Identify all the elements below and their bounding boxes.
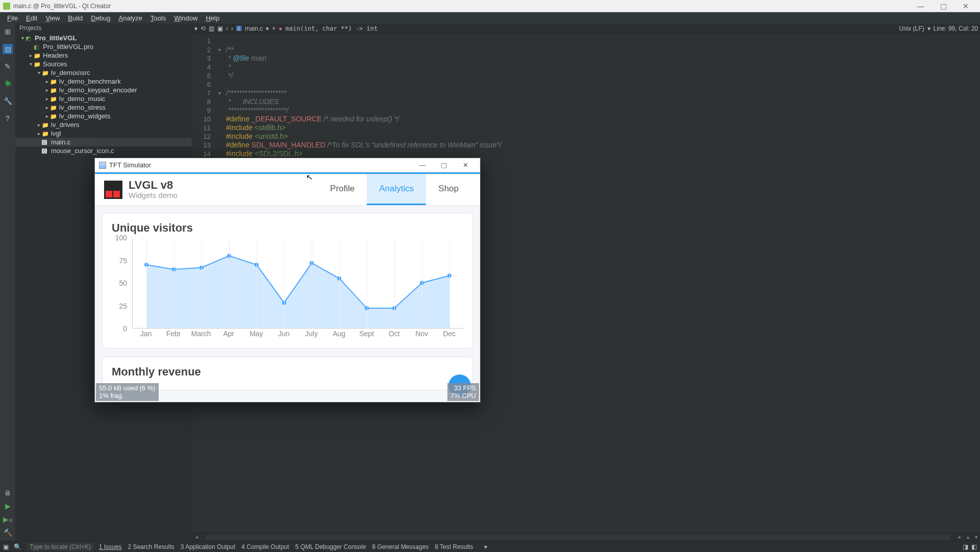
menubar: FileEditViewBuildDebugAnalyzeToolsWindow… <box>0 12 980 23</box>
tree-item[interactable]: main.c <box>15 138 192 146</box>
output-tab[interactable]: 3 Application Output <box>181 543 235 550</box>
output-tab[interactable]: 8 Test Results <box>435 543 473 550</box>
mode-projects-icon[interactable]: 🔧 <box>3 96 13 106</box>
output-tab[interactable]: 2 Search Results <box>128 543 174 550</box>
nav-cursor-pos[interactable]: Line: 99, Col: 20 <box>934 25 978 32</box>
nav-close-icon[interactable]: × <box>272 25 275 32</box>
file-c-icon <box>42 147 49 155</box>
menu-build[interactable]: Build <box>64 14 87 22</box>
scroll-right-icon[interactable]: ▸ <box>956 534 964 540</box>
tab-shop[interactable]: Shop <box>426 174 471 205</box>
output-dropdown-icon[interactable]: ▾ <box>484 543 487 550</box>
sidebar-right-toggle-icon[interactable]: ◨ <box>963 543 968 550</box>
mode-welcome-icon[interactable]: ⊞ <box>3 27 13 37</box>
tab-analytics[interactable]: Analytics <box>367 174 426 205</box>
chart-plot <box>132 238 463 329</box>
tree-item[interactable]: ▸lv_demo_stress <box>15 103 192 112</box>
menu-edit[interactable]: Edit <box>22 14 41 22</box>
build-button-icon[interactable]: 🔨 <box>4 529 12 537</box>
close-button[interactable]: ✕ <box>954 2 977 10</box>
tree-item[interactable]: ▸lv_demo_benchmark <box>15 77 192 86</box>
x-tick: March <box>187 330 215 340</box>
file-pro-icon <box>34 43 41 51</box>
mode-edit-icon[interactable]: ▤ <box>3 44 13 54</box>
fld-icon <box>34 60 41 68</box>
menu-help[interactable]: Help <box>202 14 223 22</box>
menu-file[interactable]: File <box>3 14 22 22</box>
nav-split-icon[interactable]: ▥ <box>209 25 214 32</box>
fld-icon <box>50 78 57 85</box>
sim-maximize-button[interactable]: ▢ <box>433 161 455 169</box>
nav-fwd-icon[interactable]: › <box>231 25 233 32</box>
mode-debug-icon[interactable]: 🪲 <box>3 79 13 89</box>
maximize-button[interactable]: ▢ <box>932 2 954 10</box>
tree-item[interactable]: mouse_cursor_icon.c <box>15 146 192 155</box>
nav-file-label[interactable]: main.c <box>245 25 263 32</box>
menu-view[interactable]: View <box>41 14 64 22</box>
sim-logo-title: LVGL v8 <box>129 180 178 191</box>
scroll-left-icon[interactable]: ◂ <box>192 534 200 540</box>
x-tick: Aug <box>325 330 353 340</box>
card-title: Unique visitors <box>112 221 463 235</box>
svg-marker-0 <box>146 256 449 328</box>
menu-tools[interactable]: Tools <box>146 14 170 22</box>
nav-sync-icon[interactable]: ⟲ <box>200 25 206 32</box>
tree-item[interactable]: ▸lv_demo_keypad_encoder <box>15 86 192 94</box>
output-tab[interactable]: 5 QML Debugger Console <box>295 543 366 550</box>
minimize-button[interactable]: — <box>910 2 932 10</box>
sim-tabs: ProfileAnalyticsShop <box>318 174 471 205</box>
sim-minimize-button[interactable]: — <box>412 161 433 169</box>
tree-item[interactable]: ▾Pro_littleVGL <box>15 34 192 42</box>
tree-item[interactable]: ▸lv_demo_music <box>15 94 192 103</box>
tab-profile[interactable]: Profile <box>318 174 367 205</box>
output-toggle-icon[interactable]: ▣ <box>3 543 9 550</box>
sim-logo-subtitle: Widgets demo <box>129 191 178 199</box>
menu-window[interactable]: Window <box>170 14 202 22</box>
locator-input[interactable]: Type to locate (Ctrl+K) <box>27 543 94 551</box>
editor-nav-toolbar: ▾ ⟲ ▥ ▣ ‹ › c main.c ▾ × ● main(int, cha… <box>192 23 980 34</box>
card-title: Monthly revenue <box>112 365 463 379</box>
fld-icon <box>42 121 49 129</box>
tree-item[interactable]: ▾lv_demos\src <box>15 68 192 77</box>
nav-split2-icon[interactable]: ▣ <box>217 25 223 32</box>
project-tree[interactable]: ▾Pro_littleVGLPro_littleVGL.pro▸Headers▾… <box>15 33 192 155</box>
x-tick: Apr <box>215 330 242 340</box>
nav-symbol[interactable]: main(int, char **) -> int <box>286 25 378 32</box>
run-controls: 🖥 ▶ ▶⦿ 🔨 <box>0 489 15 541</box>
nav-encoding[interactable]: Unix (LF) <box>899 25 924 32</box>
mode-help-icon[interactable]: ? <box>3 113 13 123</box>
sim-memory-overlay: 55.0 kB used (6 %)1% frag. <box>96 383 159 401</box>
chart-x-axis: JanFebrMarchAprMayJunJulyAugSeptOctNovDe… <box>132 330 463 340</box>
run-button-icon[interactable]: ▶ <box>5 502 11 510</box>
debug-run-button-icon[interactable]: ▶⦿ <box>3 515 13 523</box>
tree-item[interactable]: Pro_littleVGL.pro <box>15 42 192 51</box>
nav-enc-drop-icon[interactable]: ▾ <box>927 25 931 32</box>
sidebar-left-toggle-icon[interactable]: ◧ <box>971 543 977 550</box>
fld-icon <box>50 86 57 94</box>
tree-item[interactable]: ▾Sources <box>15 60 192 68</box>
tree-item[interactable]: ▸lv_drivers <box>15 120 192 129</box>
sim-titlebar[interactable]: TFT Simulator — ▢ ✕ <box>95 158 480 172</box>
scroll-down-icon[interactable]: ▾ <box>972 534 980 540</box>
menu-analyze[interactable]: Analyze <box>115 14 146 22</box>
tree-item[interactable]: ▸Headers <box>15 51 192 60</box>
output-tab[interactable]: 4 Compile Output <box>241 543 289 550</box>
output-tab[interactable]: 1 Issues <box>99 543 122 550</box>
mode-design-icon[interactable]: ✎ <box>3 61 13 71</box>
editor-hscrollbar[interactable]: ◂ ▸ ▴ ▾ <box>192 533 980 541</box>
target-selector-icon[interactable]: 🖥 <box>4 489 11 497</box>
tree-item[interactable]: ▸lvgl <box>15 129 192 138</box>
file-c-icon <box>42 138 49 146</box>
nav-file-drop-icon[interactable]: ▾ <box>266 25 269 32</box>
output-pane-bar: ▣ 🔍 Type to locate (Ctrl+K) 1 Issues2 Se… <box>0 541 980 552</box>
nav-back-icon[interactable]: ‹ <box>226 25 228 32</box>
sim-content[interactable]: Unique visitors 0255075100 JanFebrMarchA… <box>95 206 480 402</box>
nav-dropdown-icon[interactable]: ▾ <box>194 25 197 32</box>
output-tab[interactable]: 6 General Messages <box>372 543 429 550</box>
sim-fps-overlay: 33 FPS7% CPU <box>447 383 479 401</box>
x-tick: Jan <box>132 330 160 340</box>
sim-close-button[interactable]: ✕ <box>455 161 476 169</box>
menu-debug[interactable]: Debug <box>87 14 114 22</box>
scroll-up-icon[interactable]: ▴ <box>964 534 972 540</box>
tree-item[interactable]: ▸lv_demo_widgets <box>15 112 192 120</box>
